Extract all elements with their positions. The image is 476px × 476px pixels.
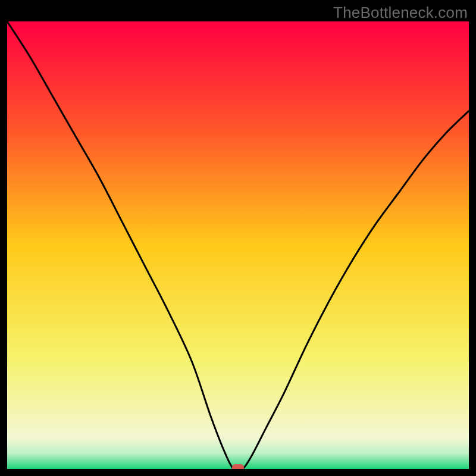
optimal-marker <box>232 464 244 469</box>
chart-background <box>7 21 469 469</box>
bottleneck-chart <box>7 21 469 469</box>
watermark-text: TheBottleneck.com <box>333 4 468 22</box>
chart-frame <box>7 21 469 469</box>
